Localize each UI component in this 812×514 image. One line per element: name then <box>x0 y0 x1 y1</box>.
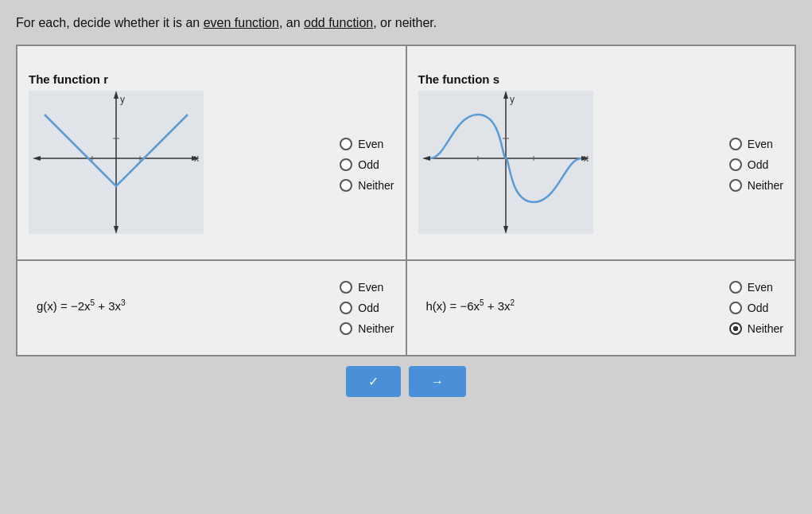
even-function-link[interactable]: even function <box>204 16 279 29</box>
options-r: Even Odd Neither <box>340 114 394 192</box>
cell-function-s: The function s <box>406 45 796 260</box>
radio-r-even[interactable] <box>340 138 352 150</box>
cell-function-h: h(x) = −6x5 + 3x2 Even Odd Neither <box>406 260 796 356</box>
radio-s-neither[interactable] <box>729 179 742 192</box>
option-s-neither-label: Neither <box>748 179 783 192</box>
radio-s-even[interactable] <box>729 138 742 150</box>
check-icon: ✓ <box>368 375 379 388</box>
radio-s-odd[interactable] <box>729 158 742 171</box>
formula-h: h(x) = −6x5 + 3x2 <box>426 298 515 313</box>
option-r-even[interactable]: Even <box>340 138 394 150</box>
graph-s-container: x y <box>418 91 593 234</box>
option-g-even-label: Even <box>358 281 383 294</box>
main-grid: The function r <box>16 45 796 356</box>
option-s-even-label: Even <box>748 138 773 150</box>
function-s-title: The function s <box>418 72 500 86</box>
next-icon: → <box>431 375 444 388</box>
option-h-neither-label: Neither <box>748 322 783 335</box>
exp-g1: 5 <box>91 298 95 307</box>
odd-function-link[interactable]: odd function <box>304 16 373 29</box>
radio-r-odd[interactable] <box>340 158 352 171</box>
option-h-odd-label: Odd <box>748 302 768 314</box>
option-s-even[interactable]: Even <box>729 138 783 150</box>
bottom-buttons: ✓ → <box>16 366 796 397</box>
option-s-neither[interactable]: Neither <box>729 179 783 192</box>
option-g-neither[interactable]: Neither <box>340 322 394 335</box>
exp-h2: 2 <box>511 298 515 307</box>
graph-r-container: x y <box>29 91 204 234</box>
options-s: Even Odd Neither <box>729 114 783 192</box>
radio-h-even[interactable] <box>729 281 742 294</box>
option-h-even-label: Even <box>748 281 773 294</box>
exp-h1: 5 <box>480 298 484 307</box>
x-axis-label-s: x <box>584 153 589 164</box>
option-h-odd[interactable]: Odd <box>729 302 783 314</box>
option-g-odd-label: Odd <box>358 302 379 314</box>
option-r-neither-label: Neither <box>358 179 394 192</box>
exp-g2: 3 <box>121 298 126 307</box>
graph-area-s: The function s <box>418 72 718 234</box>
option-g-odd[interactable]: Odd <box>340 302 394 314</box>
option-r-even-label: Even <box>358 138 383 150</box>
radio-h-odd[interactable] <box>729 302 742 314</box>
option-r-neither[interactable]: Neither <box>340 179 394 192</box>
option-h-even[interactable]: Even <box>729 281 783 294</box>
option-g-even[interactable]: Even <box>340 281 394 294</box>
next-button[interactable]: → <box>409 366 466 397</box>
formula-g: g(x) = −2x5 + 3x3 <box>37 298 126 313</box>
options-g: Even Odd Neither <box>340 281 394 335</box>
y-axis-label-s: y <box>510 94 515 105</box>
radio-g-neither[interactable] <box>340 322 352 335</box>
cell-function-r: The function r <box>17 45 406 260</box>
graph-r-svg: x y <box>29 91 204 234</box>
radio-r-neither[interactable] <box>340 179 352 192</box>
option-g-neither-label: Neither <box>358 322 394 335</box>
graph-s-svg: x y <box>418 91 593 234</box>
y-axis-label-r: y <box>120 94 125 105</box>
instruction: For each, decide whether it is an even f… <box>16 16 796 30</box>
option-s-odd-label: Odd <box>748 158 768 171</box>
cell-function-g: g(x) = −2x5 + 3x3 Even Odd Neither <box>17 260 406 356</box>
check-button[interactable]: ✓ <box>346 366 401 397</box>
radio-h-neither[interactable] <box>729 322 742 335</box>
option-r-odd[interactable]: Odd <box>340 158 394 171</box>
radio-g-even[interactable] <box>340 281 352 294</box>
radio-g-odd[interactable] <box>340 302 352 314</box>
option-h-neither[interactable]: Neither <box>729 322 783 335</box>
x-axis-label-r: x <box>194 153 199 164</box>
formula-area-g: g(x) = −2x5 + 3x3 <box>29 298 328 317</box>
function-r-title: The function r <box>29 72 108 86</box>
formula-area-h: h(x) = −6x5 + 3x2 <box>418 298 718 317</box>
option-r-odd-label: Odd <box>358 158 379 171</box>
option-s-odd[interactable]: Odd <box>729 158 783 171</box>
options-h: Even Odd Neither <box>729 281 783 335</box>
graph-area-r: The function r <box>29 72 328 234</box>
